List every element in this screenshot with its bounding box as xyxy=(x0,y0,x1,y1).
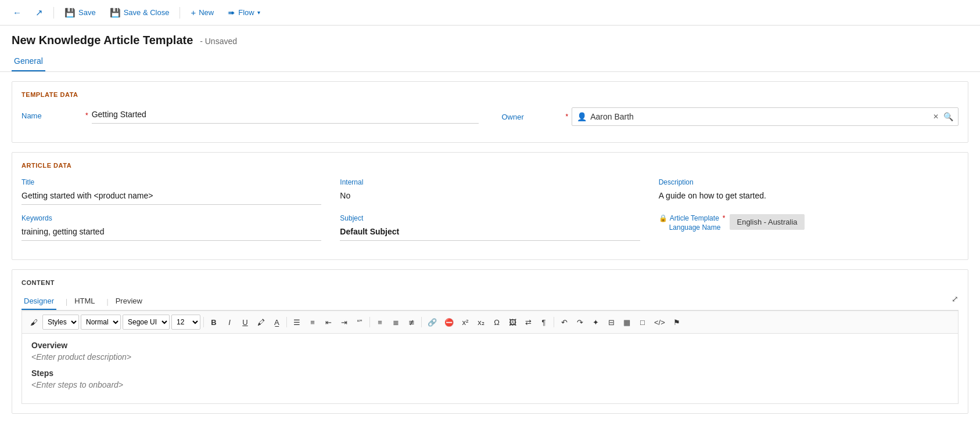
internal-value[interactable]: No xyxy=(340,189,640,205)
editor-paintbucket-icon[interactable]: 🖌 xyxy=(27,315,41,330)
unordered-list-button[interactable]: ☰ xyxy=(290,315,304,330)
bold-button[interactable]: B xyxy=(207,315,221,330)
title-label: Title xyxy=(21,178,321,186)
back-button[interactable]: ← xyxy=(7,5,27,20)
overview-heading: Overview xyxy=(31,341,949,350)
link-button[interactable]: 🔗 xyxy=(425,315,440,330)
new-label: New xyxy=(199,8,214,17)
back-icon: ← xyxy=(13,8,21,17)
page-tabs: General xyxy=(0,52,980,72)
share-icon: ↗ xyxy=(35,8,43,18)
language-label-2: Language Name xyxy=(669,223,721,232)
language-required: * xyxy=(723,214,726,222)
name-value[interactable]: Getting Started xyxy=(92,107,479,124)
editor-sep-1 xyxy=(203,317,204,327)
size-select[interactable]: 12 xyxy=(171,315,200,330)
content-section: CONTENT Designer | HTML | Preview ⤢ 🖌 St… xyxy=(12,269,968,414)
owner-name-value: Aaron Barth xyxy=(590,112,933,121)
name-required: * xyxy=(85,111,88,120)
editor-toolbar: 🖌 Styles Normal Segoe UI 12 B I U 🖍 A̲ ☰… xyxy=(21,310,959,333)
superscript-button[interactable]: x² xyxy=(458,315,472,330)
tab-html[interactable]: HTML xyxy=(72,293,97,310)
subscript-button[interactable]: x₂ xyxy=(474,315,488,330)
editor-sep-3 xyxy=(369,317,370,327)
subject-label: Subject xyxy=(340,214,640,222)
save-label: Save xyxy=(78,8,96,17)
quote-button[interactable]: “” xyxy=(353,315,367,330)
indent-dec-button[interactable]: ⇤ xyxy=(321,315,335,330)
steps-heading: Steps xyxy=(31,369,949,378)
source-button[interactable]: ✦ xyxy=(588,315,602,330)
list-btn-2[interactable]: ▦ xyxy=(620,315,634,330)
template-form-row: Name * Getting Started Owner * 👤 Aaron B… xyxy=(21,107,959,126)
tab-general[interactable]: General xyxy=(12,52,45,71)
flow-button[interactable]: ➠ Flow ▾ xyxy=(222,5,265,21)
indent-inc-button[interactable]: ⇥ xyxy=(337,315,351,330)
internal-label: Internal xyxy=(340,178,640,186)
font-select[interactable]: Segoe UI xyxy=(123,315,170,330)
image-button[interactable]: 🖼 xyxy=(505,315,519,330)
font-color-button[interactable]: A̲ xyxy=(270,315,283,330)
tab-preview[interactable]: Preview xyxy=(113,293,145,310)
special-char-button[interactable]: Ω xyxy=(490,315,504,330)
expand-button[interactable]: ⤢ xyxy=(952,294,959,304)
table-button[interactable]: ⊟ xyxy=(604,315,618,330)
language-field-container: 🔒 Article Template * Language Name Engli… xyxy=(659,214,959,232)
paragraph-mark-button[interactable]: ¶ xyxy=(537,315,551,330)
subject-value[interactable]: Default Subject xyxy=(340,225,640,241)
toolbar-separator-2 xyxy=(180,7,180,19)
lock-icon: 🔒 xyxy=(659,214,667,222)
owner-label: Owner xyxy=(502,113,566,121)
editor-sep-2 xyxy=(286,317,287,327)
align-right-button[interactable]: ≢ xyxy=(404,315,418,330)
tab-sep-2: | xyxy=(107,298,109,306)
owner-required: * xyxy=(566,113,569,121)
tab-designer[interactable]: Designer xyxy=(21,293,56,310)
owner-search-icon[interactable]: 🔍 xyxy=(943,112,953,121)
description-field: Description A guide on how to get starte… xyxy=(659,178,959,205)
description-label: Description xyxy=(659,178,959,186)
save-icon: 💾 xyxy=(64,8,76,18)
unsaved-label: - Unsaved xyxy=(200,37,237,46)
new-icon: + xyxy=(191,8,196,17)
unlink-button[interactable]: ⛔ xyxy=(441,315,457,330)
template-data-section: TEMPLATE DATA Name * Getting Started Own… xyxy=(12,81,968,143)
redo-button[interactable]: ↷ xyxy=(573,315,587,330)
highlight-button[interactable]: 🖍 xyxy=(254,315,268,330)
toolbar-separator xyxy=(53,7,54,19)
language-field: 🔒 Article Template * Language Name Engli… xyxy=(659,214,959,232)
ordered-list-button[interactable]: ≡ xyxy=(306,315,320,330)
italic-button[interactable]: I xyxy=(222,315,236,330)
owner-clear-button[interactable]: ✕ xyxy=(933,113,939,121)
share-button[interactable]: ↗ xyxy=(30,5,49,21)
align-left-button[interactable]: ≡ xyxy=(373,315,387,330)
undo-button[interactable]: ↶ xyxy=(557,315,571,330)
rtl-button[interactable]: ⇄ xyxy=(521,315,535,330)
name-field: Name * Getting Started xyxy=(21,107,479,124)
title-value[interactable]: Getting started with <product name> xyxy=(21,189,321,205)
content-tabs: Designer | HTML | Preview ⤢ xyxy=(21,293,959,310)
save-close-icon: 💾 xyxy=(110,8,121,18)
frame-button[interactable]: □ xyxy=(636,315,649,330)
new-button[interactable]: + New xyxy=(185,5,220,20)
editor-sep-5 xyxy=(554,317,554,327)
styles-select[interactable]: Styles xyxy=(42,315,79,330)
save-button[interactable]: 💾 Save xyxy=(59,5,102,21)
format-select[interactable]: Normal xyxy=(81,315,121,330)
save-close-button[interactable]: 💾 Save & Close xyxy=(104,5,175,21)
language-value[interactable]: English - Australia xyxy=(730,214,804,230)
page-header: New Knowledge Article Template - Unsaved xyxy=(0,26,980,52)
steps-placeholder: <Enter steps to onboard> xyxy=(31,380,949,389)
align-center-button[interactable]: ≣ xyxy=(389,315,403,330)
internal-field: Internal No xyxy=(340,178,640,205)
article-grid: Title Getting started with <product name… xyxy=(21,178,959,250)
underline-button[interactable]: U xyxy=(238,315,252,330)
subject-field: Subject Default Subject xyxy=(340,214,640,241)
keywords-value[interactable]: training, getting started xyxy=(21,225,321,241)
tab-sep-1: | xyxy=(66,298,67,306)
flag-button[interactable]: ⚑ xyxy=(670,315,684,330)
editor-sep-4 xyxy=(421,317,422,327)
owner-input[interactable]: 👤 Aaron Barth ✕ 🔍 xyxy=(572,107,959,126)
editor-content[interactable]: Overview <Enter product description> Ste… xyxy=(21,333,959,404)
code-button[interactable]: </> xyxy=(651,315,668,330)
